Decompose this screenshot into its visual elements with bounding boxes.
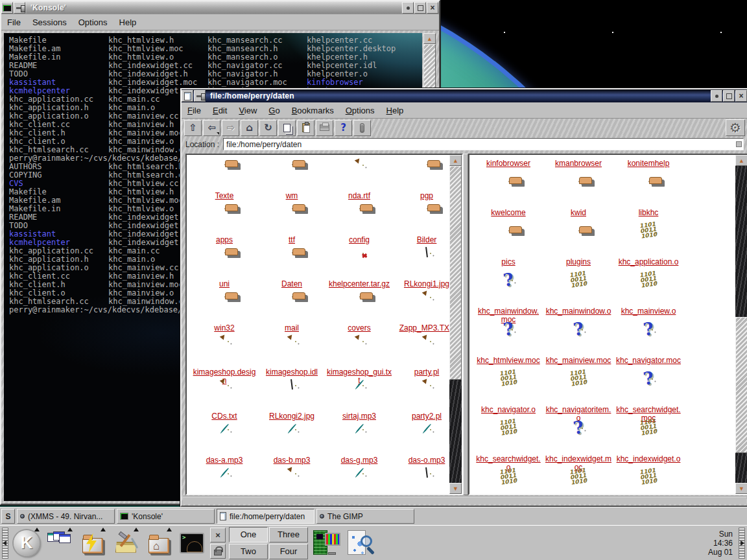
file-item-khc_mainview.o[interactable]: 1101 0011 1010khc_mainview.o (613, 279, 683, 316)
konsole-menu-sessions[interactable]: Sessions (27, 18, 73, 27)
file-item-nda.rtf[interactable]: nda.rtf (326, 164, 393, 200)
kfm-menu-edit[interactable]: Edit (207, 106, 233, 115)
kfm-menu-help[interactable]: Help (381, 106, 410, 115)
file-item[interactable]: 1101 0011 1010 (613, 476, 683, 495)
launcher-find-files[interactable] (344, 528, 374, 558)
lock-button[interactable] (210, 544, 226, 559)
copy-button[interactable] (278, 120, 296, 136)
launcher-konsole[interactable]: > (177, 528, 207, 558)
home-button[interactable]: ⌂ (241, 120, 258, 136)
task-button[interactable]: file:/home/perry/daten (217, 509, 314, 524)
kfm-menu-go[interactable]: Go (263, 106, 285, 115)
launcher-k-menu[interactable]: K (12, 528, 42, 558)
file-item-uni[interactable]: uni (191, 252, 258, 288)
left-pane-scrollbar-thumb[interactable] (449, 166, 462, 380)
file-item-kimageshop_gui.txt[interactable]: kimageshop_gui.txt (326, 340, 393, 385)
konsole-menu-file[interactable]: File (1, 18, 27, 27)
location-clear-icon[interactable] (736, 141, 742, 147)
scroll-down-icon[interactable]: ▼ (449, 483, 462, 494)
konsole-sticky-button[interactable] (14, 2, 25, 14)
launcher-toolbox[interactable] (111, 528, 141, 558)
launcher-quick-browser[interactable] (78, 528, 108, 558)
file-item-pics[interactable]: pics (473, 230, 543, 266)
help-button[interactable]: ? (335, 120, 352, 136)
file-manager-window[interactable]: file:/home/perry/daten × FileEditViewGoB… (180, 88, 747, 507)
file-item-kmanbrowser[interactable]: kmanbrowser (543, 154, 613, 168)
file-item-khc_mainwindow.moc[interactable]: ?khc_mainwindow.moc (473, 279, 543, 324)
file-item-khc_searchwidget.moc[interactable]: ?khc_searchwidget.moc (613, 378, 683, 423)
file-item-khc_mainview.moc[interactable]: ?khc_mainview.moc (543, 329, 613, 365)
file-item-config[interactable]: config (326, 208, 393, 244)
left-file-pane[interactable]: Textewmnda.rtfpgpappsttfconfigBilderuniD… (185, 154, 463, 495)
scroll-up-icon[interactable]: ▲ (449, 155, 462, 166)
file-item-plugins[interactable]: plugins (543, 230, 613, 266)
pager-desktop-one[interactable]: One (229, 527, 268, 542)
konsole-menu-help[interactable]: Help (113, 18, 143, 27)
file-item-wm[interactable]: wm (258, 164, 326, 200)
file-item-apps[interactable]: apps (191, 208, 258, 244)
launcher-home[interactable]: ⌂ (144, 528, 174, 558)
kfm-close-button[interactable]: × (735, 90, 747, 102)
file-item-kwelcome[interactable]: kwelcome (473, 181, 543, 217)
file-item-covers[interactable]: covers (326, 296, 393, 332)
file-item-khc_navigator.moc[interactable]: ?khc_navigator.moc (613, 329, 683, 365)
logout-button[interactable]: × (210, 528, 226, 542)
file-item-ttf[interactable]: ttf (258, 208, 326, 244)
pager-desktop-four[interactable]: Four (269, 544, 308, 559)
konsole-minimize-button[interactable] (402, 2, 414, 14)
file-item-das-g.mp3[interactable]: das-g.mp3 (326, 428, 393, 465)
file-item-khelpcenter.tar.gz[interactable]: khelpcenter.tar.gz (326, 252, 393, 288)
scroll-up-icon[interactable]: ▲ (423, 33, 436, 44)
kfm-menu-bookmarks[interactable]: Bookmarks (286, 106, 340, 115)
kfm-menu-file[interactable]: File (182, 106, 207, 115)
file-item-konitemhelp[interactable]: konitemhelp (613, 154, 683, 168)
file-item-khc_navigatoritem.o[interactable]: 1101 0011 1010khc_navigatoritem.o (543, 378, 613, 423)
pager-desktop-two[interactable]: Two (229, 544, 268, 559)
scroll-down-icon[interactable]: ▼ (735, 483, 747, 494)
launcher-window-list[interactable] (45, 528, 75, 558)
right-pane-scrollbar[interactable]: ▲ ▼ (735, 155, 747, 494)
file-item-RLkongi2.jpg[interactable]: RLkongi2.jpg (258, 384, 326, 421)
task-button[interactable]: (XMMS - 49. Nirvan... (17, 509, 115, 524)
location-input[interactable]: file:/home/perry/daten (223, 138, 744, 150)
file-item-khc_searchwidget.o[interactable]: 1101 0011 1010khc_searchwidget.o (473, 427, 543, 472)
pane-splitter[interactable] (463, 154, 468, 495)
back-button[interactable]: ⇦ (203, 120, 220, 136)
panel-hide-handle-right[interactable] (739, 528, 745, 559)
pager-desktop-three[interactable]: Three (269, 527, 308, 542)
file-item-mail[interactable]: mail (258, 296, 326, 332)
file-item[interactable]: 1101 0011 1010 (543, 476, 613, 495)
file-item[interactable] (258, 472, 326, 495)
task-button[interactable]: The GIMP (316, 509, 414, 524)
paste-button[interactable] (297, 120, 314, 136)
file-item-Texte[interactable]: Texte (191, 164, 258, 200)
file-item[interactable]: 1101 0011 1010 (473, 476, 543, 495)
file-item-khc_navigator.o[interactable]: 1101 0011 1010khc_navigator.o (473, 378, 543, 414)
file-item-kinfobrowser[interactable]: kinfobrowser (473, 154, 543, 168)
file-item-win32[interactable]: win32 (191, 296, 258, 332)
konsole-close-button[interactable]: × (427, 2, 438, 14)
kfm-minimize-button[interactable] (711, 90, 722, 102)
konsole-maximize-button[interactable] (414, 2, 426, 14)
file-item[interactable] (191, 472, 258, 495)
kfm-maximize-button[interactable] (723, 90, 735, 102)
file-item-das-a.mp3[interactable]: das-a.mp3 (191, 428, 258, 465)
kfm-window-menu-button[interactable] (182, 90, 193, 102)
kfm-sticky-button[interactable] (194, 90, 206, 102)
konsole-menu-options[interactable]: Options (73, 18, 113, 27)
file-item-libkhc[interactable]: libkhc (613, 181, 683, 217)
taskbar-start-button[interactable]: S (1, 509, 15, 524)
file-item-khc_application.o[interactable]: 1101 0011 1010khc_application.o (613, 230, 683, 266)
file-item-khc_htmlview.moc[interactable]: ?khc_htmlview.moc (473, 329, 543, 365)
file-item-Daten[interactable]: Daten (258, 252, 326, 288)
task-button[interactable]: 'Konsole' (117, 509, 215, 524)
file-item[interactable] (326, 472, 393, 495)
kfm-menu-options[interactable]: Options (340, 106, 381, 115)
file-item-kwid[interactable]: kwid (543, 181, 613, 217)
kfm-menu-view[interactable]: View (233, 106, 263, 115)
konsole-titlebar[interactable]: 'Konsole' × (1, 1, 439, 14)
launcher-system-monitor[interactable] (311, 528, 341, 558)
file-item-khc_indexwidget.moc[interactable]: ?khc_indexwidget.moc (543, 427, 613, 472)
scroll-up-icon[interactable]: ▲ (735, 155, 747, 166)
file-item-khc_mainwindow.o[interactable]: 1101 0011 1010khc_mainwindow.o (543, 279, 613, 316)
